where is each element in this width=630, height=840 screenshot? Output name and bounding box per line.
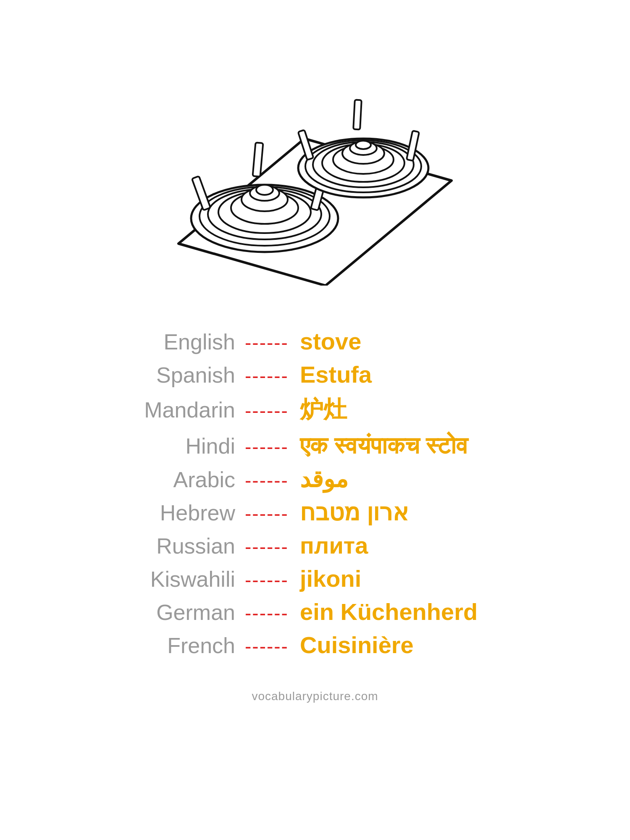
- separator-dashes: ------: [244, 331, 290, 354]
- vocab-row: German------ein Küchenherd: [126, 598, 504, 625]
- stove-svg: [158, 25, 472, 286]
- translation-text: Estufa: [290, 361, 372, 388]
- vocab-row: Spanish------Estufa: [126, 361, 504, 388]
- svg-point-19: [356, 141, 371, 149]
- separator-dashes: ------: [244, 399, 290, 422]
- vocab-row: French------Cuisinière: [126, 631, 504, 659]
- separator-dashes: ------: [244, 635, 290, 658]
- separator-dashes: ------: [244, 502, 290, 525]
- svg-point-8: [256, 185, 273, 195]
- translation-text: Cuisinière: [290, 631, 414, 659]
- language-label: English: [126, 329, 244, 354]
- footer-url: vocabularypicture.com: [252, 690, 378, 703]
- separator-dashes: ------: [244, 469, 290, 492]
- language-label: Hebrew: [126, 500, 244, 525]
- translation-text: 炉灶: [290, 394, 347, 426]
- separator-dashes: ------: [244, 365, 290, 387]
- language-label: German: [126, 600, 244, 625]
- separator-dashes: ------: [244, 436, 290, 458]
- translation-text: एक स्वयंपाकच स्टोव: [290, 432, 468, 459]
- svg-rect-22: [353, 100, 362, 130]
- vocab-row: Arabic------موقد: [126, 465, 504, 493]
- language-label: Kiswahili: [126, 567, 244, 592]
- svg-rect-11: [253, 142, 263, 176]
- language-label: Russian: [126, 533, 244, 559]
- separator-dashes: ------: [244, 536, 290, 558]
- language-label: Spanish: [126, 362, 244, 388]
- language-label: French: [126, 633, 244, 658]
- translation-text: stove: [290, 328, 361, 355]
- vocab-section: English------stoveSpanish------EstufaMan…: [0, 302, 630, 681]
- translation-text: ארון מטבח: [290, 499, 408, 526]
- vocab-row: Russian------плита: [126, 532, 504, 559]
- language-label: Arabic: [126, 467, 244, 492]
- language-label: Hindi: [126, 433, 244, 459]
- stove-illustration-container: [0, 0, 630, 302]
- svg-rect-9: [192, 176, 210, 210]
- separator-dashes: ------: [244, 569, 290, 591]
- vocab-row: Mandarin------炉灶: [126, 394, 504, 426]
- separator-dashes: ------: [244, 602, 290, 625]
- translation-text: jikoni: [290, 565, 361, 592]
- translation-text: موقد: [290, 465, 348, 493]
- translation-text: ein Küchenherd: [290, 598, 478, 625]
- translation-text: плита: [290, 532, 368, 559]
- vocab-row: Hebrew------ארון מטבח: [126, 499, 504, 526]
- language-label: Mandarin: [126, 397, 244, 423]
- vocab-row: Kiswahili------jikoni: [126, 565, 504, 592]
- vocab-row: English------stove: [126, 328, 504, 355]
- vocab-row: Hindi------एक स्वयंपाकच स्टोव: [126, 432, 504, 459]
